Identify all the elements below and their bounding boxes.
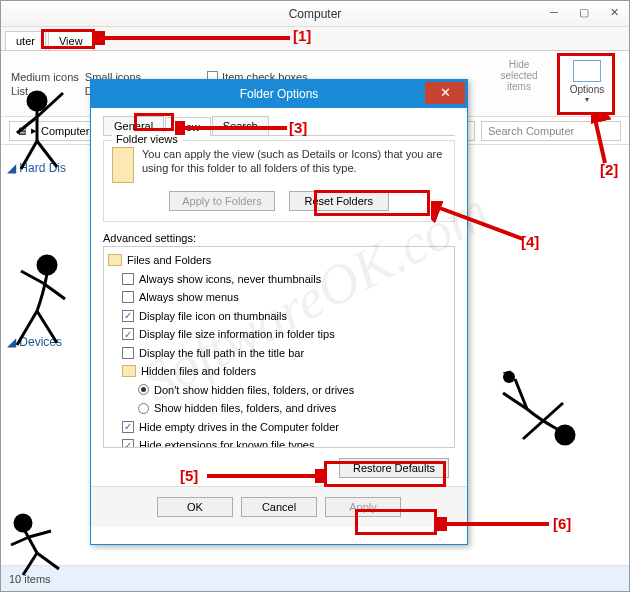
radio-icon — [138, 384, 149, 395]
tab-computer[interactable]: uter — [5, 31, 46, 50]
dialog-titlebar: Folder Options ✕ — [91, 80, 467, 108]
dialog-tab-search[interactable]: Search — [212, 116, 269, 135]
close-button[interactable]: ✕ — [599, 1, 629, 23]
options-button[interactable]: Options ▾ — [559, 55, 615, 109]
radio-icon — [138, 403, 149, 414]
options-icon — [573, 60, 601, 82]
setting-always-menus[interactable]: Always show menus — [106, 288, 452, 307]
folder-views-text: You can apply the view (such as Details … — [142, 147, 446, 183]
layout-medium-icons[interactable]: Medium icons — [11, 71, 79, 83]
apply-button[interactable]: Apply — [325, 497, 401, 517]
maximize-button[interactable]: ▢ — [569, 1, 599, 23]
setting-hide-empty[interactable]: ✓Hide empty drives in the Computer folde… — [106, 418, 452, 437]
folder-icon — [108, 254, 122, 266]
tree-root: Files and Folders — [106, 251, 452, 270]
checkbox-icon — [122, 273, 134, 285]
minimize-button[interactable]: ─ — [539, 1, 569, 23]
tab-view[interactable]: View — [48, 31, 94, 50]
options-label: Options — [570, 84, 604, 95]
breadcrumb-text: Computer — [41, 125, 89, 137]
folder-views-icon — [112, 147, 134, 183]
checkbox-icon: ✓ — [122, 328, 134, 340]
chevron-down-icon: ▾ — [585, 95, 589, 104]
checkbox-icon — [122, 291, 134, 303]
setting-dont-show-hidden[interactable]: Don't show hidden files, folders, or dri… — [106, 381, 452, 400]
checkbox-icon: ✓ — [122, 310, 134, 322]
folder-options-dialog: Folder Options ✕ General View Search Fol… — [90, 79, 468, 545]
window-titlebar: Computer ─ ▢ ✕ — [1, 1, 629, 27]
setting-show-hidden[interactable]: Show hidden files, folders, and drives — [106, 399, 452, 418]
tree-hidden-group: Hidden files and folders — [106, 362, 452, 381]
folder-views-legend: Folder views — [112, 133, 182, 145]
setting-full-path[interactable]: Display the full path in the title bar — [106, 344, 452, 363]
dialog-close-button[interactable]: ✕ — [425, 82, 465, 104]
checkbox-icon — [122, 347, 134, 359]
setting-always-icons[interactable]: Always show icons, never thumbnails — [106, 270, 452, 289]
setting-file-icon-thumb[interactable]: ✓Display file icon on thumbnails — [106, 307, 452, 326]
setting-hide-ext[interactable]: ✓Hide extensions for known file types — [106, 436, 452, 448]
folder-views-group: Folder views You can apply the view (suc… — [103, 140, 455, 222]
ok-button[interactable]: OK — [157, 497, 233, 517]
ribbon-tabs: uter View — [1, 27, 629, 51]
dialog-button-bar: OK Cancel Apply — [91, 486, 467, 527]
dialog-title: Folder Options — [240, 87, 319, 101]
setting-file-size-tips[interactable]: ✓Display file size information in folder… — [106, 325, 452, 344]
status-text: 10 items — [9, 573, 51, 585]
window-title: Computer — [289, 7, 342, 21]
search-input[interactable]: Search Computer — [481, 121, 621, 141]
apply-to-folders-button[interactable]: Apply to Folders — [169, 191, 274, 211]
advanced-settings-label: Advanced settings: — [103, 232, 455, 244]
checkbox-icon: ✓ — [122, 421, 134, 433]
layout-list[interactable]: List — [11, 85, 28, 97]
hide-selected-items: Hide selected items — [491, 59, 547, 92]
cancel-button[interactable]: Cancel — [241, 497, 317, 517]
reset-folders-button[interactable]: Reset Folders — [289, 191, 389, 211]
folder-icon — [122, 365, 136, 377]
restore-defaults-button[interactable]: Restore Defaults — [339, 458, 449, 478]
advanced-settings-tree[interactable]: Files and Folders Always show icons, nev… — [103, 246, 455, 448]
status-bar: 10 items — [1, 565, 629, 591]
checkbox-icon: ✓ — [122, 439, 134, 448]
